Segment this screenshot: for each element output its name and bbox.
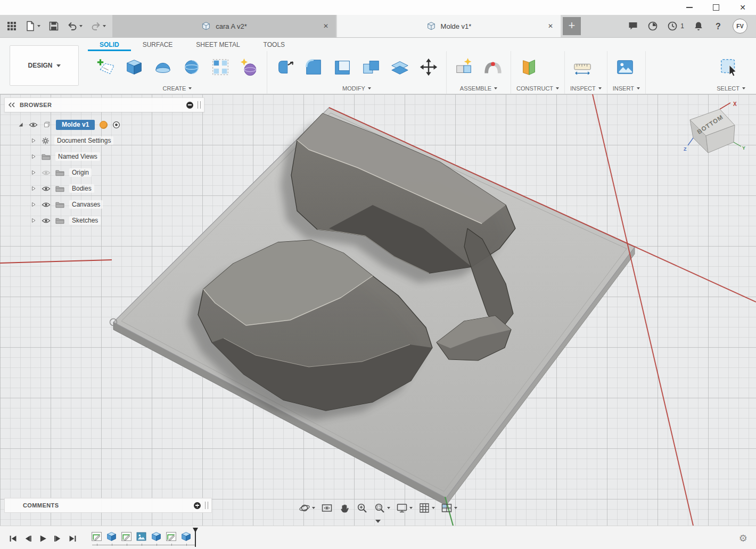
shell-icon[interactable] (330, 54, 355, 80)
bell-icon[interactable] (693, 21, 704, 31)
timeline-feature-sketch-icon[interactable] (121, 531, 132, 542)
pan-tool[interactable] (339, 502, 350, 514)
browser-root-item[interactable]: Molde v1 (4, 117, 204, 133)
maximize-button[interactable] (703, 0, 729, 15)
clock-icon[interactable] (667, 21, 678, 31)
expand-arrow-icon[interactable] (31, 138, 37, 143)
timeline-marker[interactable] (195, 528, 196, 547)
minimize-button[interactable] (676, 0, 703, 15)
go-to-end-button[interactable] (68, 534, 77, 543)
tab-surface[interactable]: SURFACE (131, 38, 185, 51)
close-button[interactable]: ✕ (729, 0, 756, 15)
workspace-selector[interactable]: DESIGN (10, 45, 79, 86)
create-sketch-icon[interactable] (93, 54, 118, 80)
tab-tools[interactable]: TOOLS (252, 38, 297, 51)
expand-arrow-icon[interactable] (31, 154, 37, 159)
modify-group-label[interactable]: MODIFY (273, 83, 441, 94)
combine-icon[interactable] (359, 54, 383, 80)
browser-item-document-settings[interactable]: Document Settings (4, 133, 204, 149)
construct-plane-icon[interactable] (516, 54, 541, 80)
pattern-icon[interactable] (208, 54, 233, 80)
sweep-icon[interactable] (179, 54, 204, 80)
viewport[interactable]: BROWSER Molde v1 Document SettingsNamed … (0, 94, 756, 526)
measure-icon[interactable] (570, 54, 595, 80)
orbit-tool[interactable] (299, 502, 315, 514)
file-new-icon[interactable] (25, 21, 40, 31)
visibility-eye-icon[interactable] (42, 218, 51, 224)
timeline-feature-extrude-icon[interactable] (151, 531, 162, 542)
comment-icon[interactable] (628, 21, 638, 31)
insert-group-label[interactable]: INSERT (613, 83, 640, 94)
visibility-eye-off-icon[interactable] (42, 170, 51, 176)
timeline-feature-extrude-icon[interactable] (106, 531, 117, 542)
timeline-feature-sketch-icon[interactable] (166, 531, 177, 542)
move-icon[interactable] (416, 54, 441, 80)
step-back-button[interactable] (23, 534, 32, 543)
job-status-icon[interactable] (647, 21, 658, 31)
new-component-icon[interactable] (452, 54, 476, 80)
activate-component-icon[interactable] (112, 121, 120, 129)
panel-grip[interactable] (205, 502, 208, 509)
select-group-label[interactable]: SELECT (717, 83, 745, 94)
document-tab-cara-a-v2-[interactable]: cara A v2*✕ (112, 15, 336, 37)
zoom-window-tool[interactable] (374, 502, 390, 514)
coil-icon[interactable] (237, 54, 261, 80)
inspect-group-label[interactable]: INSPECT (570, 83, 602, 94)
browser-item-origin[interactable]: Origin (4, 165, 204, 181)
navbar-collapse-icon[interactable] (375, 520, 381, 523)
press-pull-icon[interactable] (273, 54, 297, 80)
visibility-eye-icon[interactable] (42, 186, 51, 192)
browser-item-named-views[interactable]: Named Views (4, 149, 204, 165)
app-grid-icon[interactable] (6, 21, 17, 31)
joint-icon[interactable] (481, 54, 505, 80)
timeline-feature-sketch-icon[interactable] (91, 531, 102, 542)
tab-sheet-metal[interactable]: SHEET METAL (184, 38, 251, 51)
extrude-icon[interactable] (122, 54, 146, 80)
close-tab-icon[interactable]: ✕ (323, 22, 328, 30)
root-component-label[interactable]: Molde v1 (56, 120, 95, 130)
step-forward-button[interactable] (53, 534, 62, 543)
comments-panel[interactable]: COMMENTS (4, 498, 212, 513)
expand-arrow-icon[interactable] (31, 170, 37, 175)
expand-arrow-icon[interactable] (31, 186, 37, 191)
timeline-settings-gear-icon[interactable]: ⚙ (739, 532, 747, 544)
look-at-tool[interactable] (321, 502, 333, 514)
assemble-group-label[interactable]: ASSEMBLE (452, 83, 505, 94)
split-icon[interactable] (388, 54, 412, 80)
add-comment-icon[interactable] (194, 502, 201, 509)
collapse-arrow-icon[interactable] (18, 122, 24, 127)
browser-item-bodies[interactable]: Bodies (4, 181, 204, 196)
grid-and-snaps-tool[interactable] (418, 502, 435, 514)
fillet-icon[interactable] (301, 54, 326, 80)
panel-grip[interactable] (198, 101, 201, 109)
expand-arrow-icon[interactable] (31, 202, 37, 207)
select-cursor-icon[interactable] (717, 54, 741, 80)
timeline-feature-extrude-icon[interactable] (180, 531, 192, 542)
timeline-feature-canvas-icon[interactable] (136, 531, 147, 542)
save-icon[interactable] (48, 21, 59, 31)
insert-canvas-icon[interactable] (613, 54, 637, 80)
zoom-tool[interactable] (356, 502, 368, 514)
viewports-tool[interactable] (441, 502, 457, 514)
create-group-label[interactable]: CREATE (93, 83, 261, 94)
help-icon[interactable]: ? (713, 21, 724, 31)
undo-icon[interactable] (67, 21, 83, 31)
viewcube[interactable]: X BOTTOM Y Z (679, 100, 747, 166)
close-tab-icon[interactable]: ✕ (548, 22, 553, 30)
revolve-icon[interactable] (151, 54, 175, 80)
play-button[interactable] (38, 534, 47, 543)
go-to-start-button[interactable] (9, 534, 18, 543)
redo-icon[interactable] (91, 21, 106, 31)
visibility-eye-icon[interactable] (29, 122, 38, 128)
new-document-tab-button[interactable]: + (563, 17, 581, 35)
collapse-all-icon[interactable] (186, 102, 193, 109)
document-tab-molde-v1-[interactable]: Molde v1*✕ (337, 15, 561, 37)
browser-item-sketches[interactable]: Sketches (4, 212, 204, 228)
user-avatar[interactable]: FV (733, 19, 747, 34)
display-settings-tool[interactable] (396, 502, 413, 514)
expand-arrow-icon[interactable] (31, 218, 37, 223)
browser-item-canvases[interactable]: Canvases (4, 196, 204, 212)
tab-solid[interactable]: SOLID (88, 38, 131, 51)
visibility-eye-icon[interactable] (42, 202, 51, 208)
construct-group-label[interactable]: CONSTRUCT (516, 83, 559, 94)
